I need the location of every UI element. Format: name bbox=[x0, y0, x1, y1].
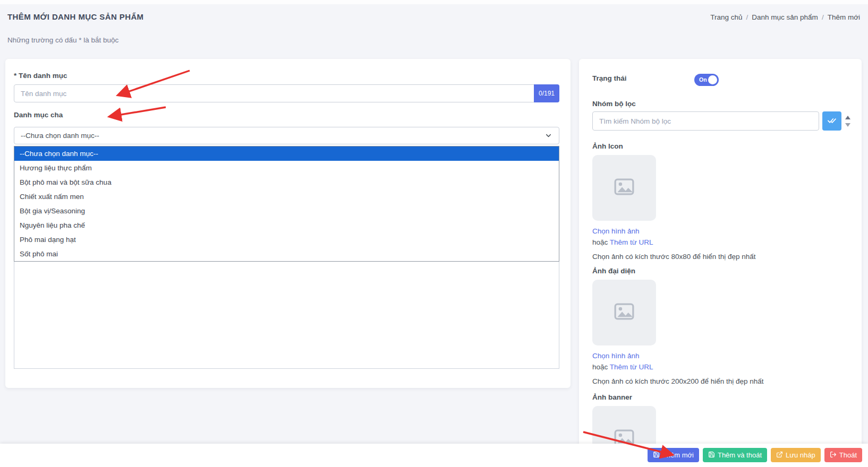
add-from-url-link[interactable]: Thêm từ URL bbox=[610, 238, 653, 246]
choose-image-link[interactable]: Chọn hình ảnh bbox=[592, 226, 837, 237]
or-text: hoặc bbox=[592, 363, 608, 371]
parent-category-select-value: --Chưa chọn danh mục-- bbox=[21, 132, 99, 140]
status-toggle[interactable]: On bbox=[694, 74, 719, 86]
dropdown-option[interactable]: Phô mai dạng hạt bbox=[14, 232, 559, 247]
save-draft-button-label: Lưu nháp bbox=[786, 451, 815, 459]
category-form-card: * Tên danh mục 0/191 Danh mục cha --Chưa… bbox=[5, 59, 571, 388]
category-name-label: * Tên danh mục bbox=[14, 72, 67, 80]
add-and-exit-button-label: Thêm và thoát bbox=[718, 451, 762, 459]
icon-image-section: Ảnh Icon Chọn hình ảnh hoặc Thêm từ URL … bbox=[592, 142, 837, 261]
breadcrumb-separator: / bbox=[746, 13, 748, 21]
dropdown-option[interactable]: Hương liệu thực phẩm bbox=[14, 161, 559, 175]
or-url-line: hoặc Thêm từ URL bbox=[592, 237, 837, 248]
add-and-exit-button[interactable]: Thêm và thoát bbox=[703, 448, 767, 462]
filter-spinner bbox=[845, 111, 850, 131]
status-row: Trạng thái On bbox=[592, 73, 847, 86]
icon-image-placeholder bbox=[592, 155, 656, 221]
char-counter-badge: 0/191 bbox=[534, 84, 559, 102]
dropdown-option[interactable]: --Chưa chọn danh mục-- bbox=[14, 146, 559, 161]
breadcrumb-separator: / bbox=[822, 13, 824, 21]
dropdown-option[interactable]: Nguyên liệu pha chế bbox=[14, 218, 559, 232]
exit-button[interactable]: Thoát bbox=[824, 448, 862, 462]
avatar-image-label: Ảnh đại diện bbox=[592, 267, 837, 275]
category-settings-card: Trạng thái On Nhóm bộ lọc bbox=[579, 59, 862, 467]
filter-apply-button[interactable] bbox=[822, 111, 841, 131]
category-name-group: 0/191 bbox=[14, 84, 559, 102]
chevron-down-icon bbox=[544, 132, 552, 140]
filter-group-search-input[interactable] bbox=[592, 111, 819, 131]
breadcrumb: Trang chủ/Danh mục sản phẩm/Thêm mới bbox=[709, 13, 862, 21]
spinner-up-icon[interactable] bbox=[845, 116, 850, 119]
status-label: Trạng thái bbox=[592, 74, 627, 82]
breadcrumb-home[interactable]: Trang chủ bbox=[710, 13, 742, 21]
icon-image-label: Ảnh Icon bbox=[592, 142, 837, 150]
page-title: THÊM MỚI DANH MỤC SẢN PHẨM bbox=[7, 12, 144, 21]
or-url-line: hoặc Thêm từ URL bbox=[592, 362, 837, 373]
add-from-url-link[interactable]: Thêm từ URL bbox=[610, 363, 653, 371]
action-footer: Thêm mới Thêm và thoát Lưu nháp Thoát bbox=[0, 444, 868, 467]
check-double-icon bbox=[827, 116, 837, 127]
image-icon bbox=[612, 299, 636, 326]
top-edge bbox=[0, 0, 868, 4]
image-size-hint: Chọn ảnh có kích thước 80x80 để hiển thị… bbox=[592, 253, 837, 261]
image-size-hint: Chọn ảnh có kích thước 200x200 để hiển t… bbox=[592, 377, 837, 385]
exit-button-label: Thoát bbox=[839, 451, 857, 459]
required-fields-note: Những trường có dấu * là bắt buộc bbox=[7, 36, 118, 44]
add-new-button[interactable]: Thêm mới bbox=[648, 448, 699, 462]
dropdown-option[interactable]: Bột gia vị/Seasoning bbox=[14, 204, 559, 218]
export-icon bbox=[776, 451, 783, 460]
banner-image-label: Ảnh banner bbox=[592, 393, 837, 401]
status-toggle-text: On bbox=[699, 76, 707, 83]
dropdown-option[interactable]: Chiết xuất nấm men bbox=[14, 189, 559, 204]
avatar-image-placeholder bbox=[592, 280, 656, 345]
avatar-image-section: Ảnh đại diện Chọn hình ảnh hoặc Thêm từ … bbox=[592, 267, 837, 385]
breadcrumb-category[interactable]: Danh mục sản phẩm bbox=[752, 13, 818, 21]
dropdown-option[interactable]: Sốt phô mai bbox=[14, 247, 559, 261]
choose-image-link[interactable]: Chọn hình ảnh bbox=[592, 351, 837, 361]
parent-category-select[interactable]: --Chưa chọn danh mục-- bbox=[14, 127, 559, 144]
category-name-input[interactable] bbox=[14, 84, 559, 102]
save-draft-button[interactable]: Lưu nháp bbox=[771, 448, 821, 462]
parent-category-label: Danh mục cha bbox=[14, 111, 63, 119]
add-new-button-label: Thêm mới bbox=[662, 451, 694, 459]
image-icon bbox=[612, 175, 636, 201]
logout-icon bbox=[830, 451, 837, 460]
breadcrumb-current: Thêm mới bbox=[828, 13, 860, 21]
save-icon bbox=[708, 451, 715, 460]
filter-group-row bbox=[592, 111, 850, 131]
save-icon bbox=[653, 451, 660, 460]
toggle-knob bbox=[708, 75, 717, 84]
dropdown-option[interactable]: Bột phô mai và bột sữa chua bbox=[14, 175, 559, 189]
filter-group-label: Nhóm bộ lọc bbox=[592, 100, 636, 108]
spinner-down-icon[interactable] bbox=[845, 123, 850, 127]
or-text: hoặc bbox=[592, 238, 608, 246]
parent-category-dropdown: --Chưa chọn danh mục-- Hương liệu thực p… bbox=[14, 146, 559, 262]
